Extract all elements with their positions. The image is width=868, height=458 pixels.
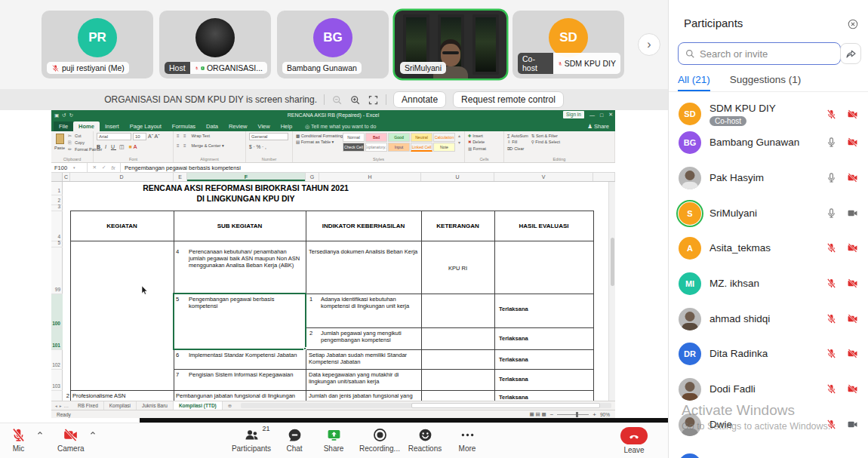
excel-tab-file: File	[54, 121, 73, 131]
participant-row[interactable]: A Asita_tekmas	[669, 230, 868, 266]
mic-muted-icon	[11, 427, 26, 443]
participant-name: MZ. ikhsan	[709, 278, 817, 289]
close-panel-icon[interactable]	[847, 18, 859, 30]
participant-row[interactable]: S SriMulyani	[669, 195, 868, 231]
tab-suggestions[interactable]: Suggestions (1)	[730, 74, 802, 91]
leave-call-icon	[627, 429, 641, 443]
camera-off-icon	[847, 348, 858, 359]
minimize-icon: —	[589, 112, 595, 118]
sheet-subtitle: DI LINGKUNGAN KPU DIY	[70, 194, 421, 203]
row-number-selected: 101	[52, 343, 60, 349]
horizontal-scrollbar	[241, 403, 611, 408]
sheet-tab: Kompilasi	[104, 401, 137, 410]
video-background	[472, 14, 499, 75]
cell-sub-kegiatan: Implementasi Standar Kompetensi Jabatan	[189, 352, 302, 358]
leave-button[interactable]: Leave	[620, 427, 648, 454]
excel-tab-home: Home	[73, 121, 100, 131]
search-input[interactable]	[700, 48, 834, 60]
cell-keterangan: KPU RI	[421, 265, 494, 272]
next-tiles-button[interactable]: ›	[638, 33, 660, 56]
tile-label: SriMulyani	[400, 62, 446, 74]
annotate-button[interactable]: Annotate	[393, 91, 446, 108]
share-screen-icon	[326, 427, 342, 443]
mic-button[interactable]: Mic	[11, 427, 26, 453]
mic-muted-icon	[826, 278, 837, 289]
more-icon	[460, 427, 476, 443]
sharing-status-text: ORGANISASI DAN SDM KPU DIY is screen sha…	[104, 94, 317, 105]
mic-muted-icon	[826, 313, 837, 324]
video-person	[442, 51, 459, 54]
divider	[324, 94, 325, 105]
zoom-out-icon[interactable]	[331, 94, 343, 106]
participant-row[interactable]: ahmad shidqi	[669, 301, 868, 337]
fit-to-window-icon[interactable]	[368, 94, 379, 106]
participant-row[interactable]: BG Bambang Gunawan	[669, 124, 868, 160]
panel-tabs: All (21) Suggestions (1)	[678, 74, 801, 91]
avatar: PR	[78, 18, 117, 57]
mic-muted-icon	[826, 242, 837, 254]
participant-row[interactable]: Dodi Fadli	[669, 371, 868, 407]
participant-name: SriMulyani	[405, 63, 442, 72]
close-icon: ✕	[608, 112, 613, 118]
excel-ribbon-tabs: File Home Insert Page Layout Formulas Da…	[51, 120, 615, 131]
participant-name: SDM KPU DIY	[709, 103, 776, 114]
participants-button[interactable]: 21 Participants	[226, 427, 276, 453]
camera-options-caret[interactable]	[89, 429, 97, 437]
video-tile-srimulyani[interactable]: SriMulyani	[395, 11, 506, 78]
chat-button[interactable]: Chat	[278, 427, 311, 453]
sheet-tab: Juknis Baru	[137, 401, 174, 410]
excel-sign-in: Sign in	[563, 111, 584, 118]
cell-sub-kegiatan: Perencanaan kebutuhan/ penambahan jumlah…	[189, 248, 303, 269]
table-header-keterangan: KETERANGAN	[421, 211, 494, 241]
participant-name: Bambang Gunawan	[287, 63, 357, 72]
ribbon-group-editing: ∑ AutoSum⇩ Fill⌦ Clear ⇅ Sort & Filter⚲ …	[504, 131, 615, 162]
participant-row-partial[interactable]	[669, 447, 868, 458]
recording-button[interactable]: Recording...	[355, 427, 405, 453]
excel-ribbon: Paste ✂Cut⎘Copy✏Format Painter Clipboard…	[51, 131, 615, 163]
sheet-tab-active: Kompilasi (TTD)	[174, 401, 223, 410]
spreadsheet-table: RENCANA AKSI REFORMASI BIROKRASI TAHUN 2…	[63, 182, 608, 401]
column-header	[593, 173, 615, 181]
camera-off-icon	[847, 109, 858, 120]
vertical-scrollbar[interactable]	[608, 182, 615, 401]
video-tile-bambang[interactable]: BG Bambang Gunawan	[277, 11, 389, 78]
view-buttons: ▦ ▤ ▩	[530, 411, 546, 417]
cell-sub-no: 4	[176, 248, 186, 255]
sheet-title: RENCANA AKSI REFORMASI BIROKRASI TAHUN 2…	[70, 183, 421, 192]
avatar-photo	[679, 167, 701, 189]
participant-row[interactable]: MI MZ. ikhsan	[669, 266, 868, 301]
video-tile-sdm[interactable]: SD Co-host SDM KPU DIY	[512, 11, 624, 78]
participants-label: Participants	[232, 444, 271, 453]
ribbon-group-number: General $ · % · , Number	[246, 131, 293, 162]
select-all-corner	[51, 173, 63, 181]
row-number: 4	[57, 234, 60, 240]
ribbon-group-cells: ✚ Insert✖ Delete▦ Format Cells	[465, 131, 504, 162]
excel-tell-me: ◎ Tell me what you want to do	[305, 124, 376, 131]
zoom-in-icon[interactable]	[349, 94, 361, 106]
mic-options-caret[interactable]	[36, 429, 44, 437]
excel-column-headers: C D E F G H U V	[51, 173, 615, 182]
cohost-badge: Co-host	[518, 53, 553, 74]
share-button[interactable]: Share	[317, 427, 350, 453]
camera-button[interactable]: Camera	[57, 427, 85, 453]
request-remote-control-button[interactable]: Request remote control	[453, 91, 564, 108]
row-number: 1	[57, 188, 60, 194]
excel-tab-insert: Insert	[100, 121, 125, 131]
column-header: U	[421, 173, 494, 181]
shared-screen[interactable]: ▣↺↻ RENCANA AKSI RB (Repaired) - Excel S…	[0, 110, 668, 423]
invite-button[interactable]	[840, 43, 861, 64]
tab-all[interactable]: All (21)	[678, 74, 710, 91]
video-tile-organisasi[interactable]: Host ORGANISASI...	[159, 11, 271, 78]
mic-label: Mic	[13, 444, 25, 453]
video-tile-puji[interactable]: PR puji restiyani (Me)	[42, 11, 153, 78]
participant-row[interactable]: Dwie	[669, 407, 868, 442]
more-button[interactable]: More	[451, 427, 484, 453]
participant-row[interactable]: Pak Hasyim	[669, 160, 868, 195]
excel-tab-view: View	[253, 121, 275, 131]
ribbon-group-clipboard: Paste ✂Cut⎘Copy✏Format Painter Clipboard	[51, 131, 94, 162]
reactions-button[interactable]: Reactions	[403, 427, 447, 453]
excel-tab-formulas: Formulas	[167, 121, 201, 131]
excel-tab-data: Data	[201, 121, 223, 131]
participant-name: Dodi Fadli	[709, 383, 817, 395]
participant-row[interactable]: DR Dita Radinka	[669, 336, 868, 371]
